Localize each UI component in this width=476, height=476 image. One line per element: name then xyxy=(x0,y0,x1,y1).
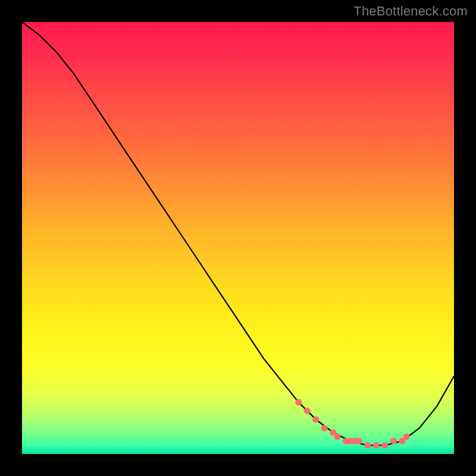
marker-dot xyxy=(304,408,311,414)
marker-dot xyxy=(390,438,397,444)
marker-dot xyxy=(312,416,319,422)
chart-frame: TheBottleneck.com xyxy=(0,0,476,476)
marker-group xyxy=(295,399,409,449)
marker-dot xyxy=(381,442,388,449)
marker-dot xyxy=(403,434,410,440)
marker-dot xyxy=(373,442,380,449)
plot-area xyxy=(22,22,454,454)
marker-dot xyxy=(356,438,362,444)
marker-dot xyxy=(364,442,371,449)
marker-dot xyxy=(295,399,302,405)
marker-dot xyxy=(321,425,328,431)
curve-path xyxy=(22,22,454,446)
chart-svg xyxy=(22,22,454,454)
watermark-text: TheBottleneck.com xyxy=(353,4,468,19)
marker-dot xyxy=(334,434,341,440)
